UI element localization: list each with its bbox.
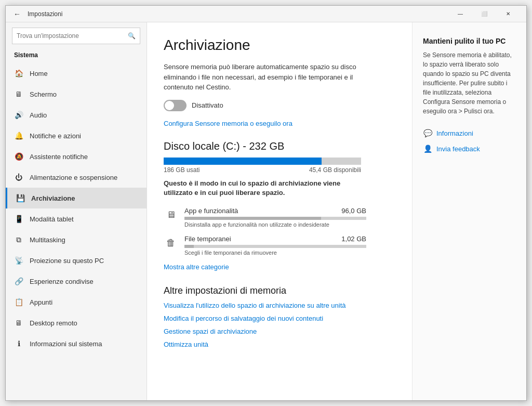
content-area: 🔍 Sistema 🏠 Home 🖥 Schermo 🔊 Audio 🔔 Not…: [6, 22, 526, 400]
sidebar-icon-notifiche: 🔔: [14, 131, 23, 140]
sidebar-item-desktop[interactable]: 🖥 Desktop remoto: [6, 312, 147, 333]
storage-description: Sensore memoria può liberare automaticam…: [164, 62, 371, 93]
disk-stats: 186 GB usati 45,4 GB disponibili: [164, 166, 361, 174]
other-settings-title: Altre impostazioni di memoria: [164, 285, 395, 296]
sidebar-icon-archiviazione: 💾: [16, 193, 25, 203]
other-link-1[interactable]: Modifica il percorso di salvataggio dei …: [164, 315, 395, 322]
storage-content-app: App e funzionalità 96,0 GB Disinstalla a…: [184, 207, 366, 228]
sidebar-label-alimentazione: Alimentazione e sospensione: [30, 174, 117, 181]
disk-bar-fill: [164, 158, 322, 165]
sidebar-icon-audio: 🔊: [14, 110, 23, 120]
right-panel-title: Mantieni pulito il tuo PC: [423, 37, 516, 45]
sidebar-item-esperienze[interactable]: 🔗 Esperienze condivise: [6, 271, 147, 292]
sidebar-item-proiezione[interactable]: 📡 Proiezione su questo PC: [6, 250, 147, 271]
sidebar-label-desktop: Desktop remoto: [30, 319, 77, 327]
storage-bar-fill-temp: [184, 245, 194, 248]
sidebar-item-notifiche[interactable]: 🔔 Notifiche e azioni: [6, 125, 147, 146]
right-link-informazioni[interactable]: 💬 Informazioni: [423, 128, 516, 138]
sidebar-icon-home: 🏠: [14, 69, 23, 78]
sidebar-item-appunti[interactable]: 📋 Appunti: [6, 292, 147, 312]
toggle-knob: [165, 101, 174, 110]
sidebar-label-multitasking: Multitasking: [30, 236, 65, 244]
search-box[interactable]: 🔍: [12, 28, 140, 44]
disk-bar-container: 186 GB usati 45,4 GB disponibili: [164, 158, 395, 174]
sidebar-label-schermo: Schermo: [30, 90, 57, 98]
sidebar-item-alimentazione[interactable]: ⏻ Alimentazione e sospensione: [6, 167, 147, 188]
configure-link[interactable]: Configura Sensore memoria o eseguilo ora: [164, 120, 292, 127]
show-more-link[interactable]: Mostra altre categorie: [164, 263, 395, 271]
right-link-feedback[interactable]: 👤 Invia feedback: [423, 144, 516, 153]
disk-available: 45,4 GB disponibili: [309, 166, 361, 174]
sidebar-icon-assistente: 🔕: [14, 152, 23, 161]
storage-bar-bg-app: [184, 217, 366, 220]
close-button[interactable]: ✕: [496, 6, 520, 22]
storage-label-app: App e funzionalità: [184, 207, 238, 215]
sidebar-label-tablet: Modalità tablet: [30, 215, 74, 223]
right-panel: Mantieni pulito il tuo PC Se Sensore mem…: [412, 22, 526, 400]
disk-bar-bg: [164, 158, 361, 165]
storage-header-temp: File temporanei 1,02 GB: [184, 235, 366, 243]
sidebar-item-archiviazione[interactable]: 💾 Archiviazione: [6, 188, 147, 208]
sidebar-item-tablet[interactable]: 📱 Modalità tablet: [6, 208, 147, 229]
sidebar-icon-multitasking: ⧉: [14, 235, 23, 244]
sidebar-icon-desktop: 🖥: [14, 318, 23, 328]
main-content: Archiviazione Sensore memoria può libera…: [147, 22, 412, 400]
maximize-button[interactable]: ⬜: [472, 6, 496, 22]
right-link-icon-informazioni: 💬: [423, 128, 432, 138]
window-title: Impostazioni: [28, 10, 448, 18]
sidebar-label-archiviazione: Archiviazione: [31, 194, 75, 202]
sidebar-label-esperienze: Esperienze condivise: [30, 278, 94, 285]
right-links-container: 💬 Informazioni 👤 Invia feedback: [423, 128, 516, 153]
disk-used: 186 GB usati: [164, 166, 200, 174]
storage-items-container: 🖥 App e funzionalità 96,0 GB Disinstalla…: [164, 207, 395, 256]
other-settings: Altre impostazioni di memoria Visualizza…: [164, 285, 395, 348]
storage-bar-bg-temp: [184, 245, 366, 248]
search-input[interactable]: [17, 32, 128, 40]
sidebar-icon-proiezione: 📡: [14, 256, 23, 265]
other-links-container: Visualizza l'utilizzo dello spazio di ar…: [164, 302, 395, 348]
disk-section-title: Disco locale (C:) - 232 GB: [164, 140, 395, 152]
sidebar-item-assistente[interactable]: 🔕 Assistente notifiche: [6, 146, 147, 167]
sensore-toggle[interactable]: [164, 100, 187, 111]
back-button[interactable]: ←: [12, 9, 22, 19]
storage-label-temp: File temporanei: [184, 235, 231, 243]
sidebar-icon-esperienze: 🔗: [14, 277, 23, 286]
sidebar-item-informazioni[interactable]: ℹ Informazioni sul sistema: [6, 333, 147, 354]
other-link-3[interactable]: Ottimizza unità: [164, 340, 395, 348]
right-link-icon-feedback: 👤: [423, 144, 432, 153]
sidebar-label-proiezione: Proiezione su questo PC: [30, 257, 104, 265]
search-icon: 🔍: [128, 32, 136, 40]
sidebar-item-schermo[interactable]: 🖥 Schermo: [6, 84, 147, 104]
sidebar-label-appunti: Appunti: [30, 298, 52, 306]
settings-window: ← Impostazioni — ⬜ ✕ 🔍 Sistema 🏠 Home 🖥 …: [5, 5, 527, 401]
toggle-label: Disattivato: [192, 101, 223, 109]
sidebar-label-informazioni: Informazioni sul sistema: [30, 340, 102, 348]
toggle-row: Disattivato: [164, 100, 395, 111]
window-controls: — ⬜ ✕: [448, 6, 520, 22]
storage-size-temp: 1,02 GB: [341, 235, 366, 243]
right-panel-desc: Se Sensore memoria è abilitato, lo spazi…: [423, 50, 516, 116]
sidebar-icon-appunti: 📋: [14, 297, 23, 307]
storage-item-temp: 🗑 File temporanei 1,02 GB Scegli i file …: [164, 235, 366, 256]
sidebar-icon-tablet: 📱: [14, 214, 23, 224]
storage-icon-temp: 🗑: [164, 236, 178, 251]
page-title: Archiviazione: [164, 37, 395, 54]
sidebar-item-home[interactable]: 🏠 Home: [6, 63, 147, 84]
minimize-button[interactable]: —: [448, 6, 472, 22]
other-link-0[interactable]: Visualizza l'utilizzo dello spazio di ar…: [164, 302, 395, 309]
storage-icon-app: 🖥: [164, 208, 178, 222]
other-link-2[interactable]: Gestione spazi di archiviazione: [164, 328, 395, 335]
sidebar-label-assistente: Assistente notifiche: [30, 153, 88, 161]
sidebar-label-notifiche: Notifiche e azioni: [30, 132, 81, 140]
sidebar-item-multitasking[interactable]: ⧉ Multitasking: [6, 229, 147, 250]
storage-sub-app: Disinstalla app e funzionalità non utili…: [184, 221, 366, 228]
sidebar-items-container: 🏠 Home 🖥 Schermo 🔊 Audio 🔔 Notifiche e a…: [6, 63, 147, 354]
storage-header-app: App e funzionalità 96,0 GB: [184, 207, 366, 215]
titlebar: ← Impostazioni — ⬜ ✕: [6, 6, 526, 22]
sidebar-item-audio[interactable]: 🔊 Audio: [6, 104, 147, 125]
sidebar-section-label: Sistema: [6, 49, 147, 63]
sidebar-icon-informazioni: ℹ: [14, 339, 23, 348]
disk-desc: Questo è il modo in cui lo spazio di arc…: [164, 179, 366, 198]
sidebar-label-home: Home: [30, 70, 48, 77]
storage-item-app: 🖥 App e funzionalità 96,0 GB Disinstalla…: [164, 207, 366, 228]
